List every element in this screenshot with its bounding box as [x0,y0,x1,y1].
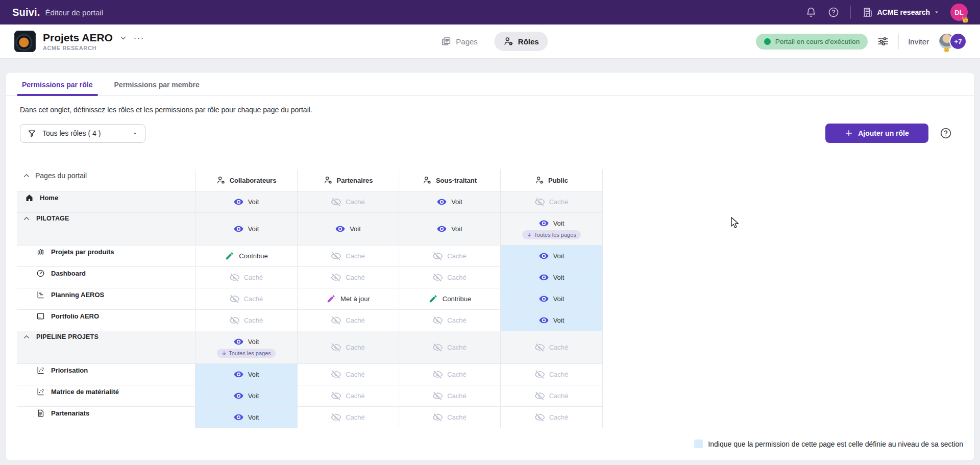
user-avatar[interactable]: DL 👑 [950,4,968,21]
avatar-group[interactable]: 👑 +7 [938,32,968,51]
page-row-label[interactable]: Home [17,191,195,212]
permission-cell[interactable]: Caché [399,364,500,385]
permission-cell[interactable]: Caché [297,191,399,212]
chevron-down-icon[interactable] [120,35,127,41]
org-switcher[interactable]: ACME research [862,7,940,18]
permission-cell[interactable]: Caché [297,310,399,331]
permission-cell[interactable]: Caché [500,191,603,212]
permission-cell[interactable]: Caché [399,385,500,406]
section-row-label[interactable]: PILOTAGE [17,213,195,245]
permission-cell[interactable]: Caché [500,385,603,406]
page-row-label[interactable]: Dashboard [17,267,195,288]
tab-pages[interactable]: Pages [432,32,487,51]
portal-header: Projets AERO ... ACME RESEARCH Pages Rôl… [0,25,980,59]
page-row-label[interactable]: Planning AEROS [17,288,195,309]
eye-off-icon [535,370,545,379]
role-column-header[interactable]: Collaborateurs [195,169,297,191]
permission-label: Caché [447,344,467,351]
page-row-label[interactable]: Portfolio AERO [17,310,195,331]
permission-cell[interactable]: Contribue [195,246,297,266]
eye-off-icon [331,197,341,207]
tab-permissions-by-member[interactable]: Permissions par membre [112,81,202,95]
permission-cell[interactable]: Caché [195,288,297,309]
permission-cell[interactable]: Caché [297,267,399,288]
invite-button[interactable]: Inviter [908,37,929,46]
permission-cell[interactable]: VoitToutes les pages [195,331,297,363]
permission-cell[interactable]: Voit [297,213,399,245]
eye-off-icon [433,342,443,352]
permission-cell[interactable]: Caché [399,310,500,331]
permission-label: Caché [346,413,365,421]
settings-sliders-icon[interactable] [877,35,889,47]
add-role-button[interactable]: Ajouter un rôle [825,124,928,143]
row-name: Partenariats [51,409,89,417]
permission-cell[interactable]: Caché [399,407,500,428]
role-column-header[interactable]: Sous-traitant [399,169,500,191]
permission-cell[interactable]: Voit [500,246,603,266]
tab-permissions-by-role[interactable]: Permissions par rôle [20,81,95,95]
eye-off-icon [331,251,341,261]
permission-label: Voit [451,198,462,206]
status-badge[interactable]: Portail en cours d'exécution [756,34,868,50]
permission-cell[interactable]: Caché [399,331,500,363]
permission-label: Voit [553,295,565,303]
chevron-up-icon[interactable] [23,333,30,340]
permission-label: Caché [447,274,467,281]
permission-cell[interactable]: Caché [297,385,399,406]
help-icon[interactable] [940,127,952,139]
permission-cell[interactable]: Voit [399,191,500,212]
portal-logo[interactable] [14,31,36,52]
permission-cell[interactable]: Met à jour [297,288,399,309]
role-column-header[interactable]: Public [500,169,603,191]
apply-all-pages-badge[interactable]: Toutes les pages [522,230,581,239]
help-icon[interactable] [828,7,839,18]
permission-cell[interactable]: Caché [195,310,297,331]
permission-cell[interactable]: Voit [399,213,500,245]
permission-cell[interactable]: Voit [195,213,297,245]
permission-cell[interactable]: Caché [297,246,399,266]
permission-label: Caché [549,344,569,351]
table-row: HomeVoitCachéVoitCaché [17,191,603,213]
permission-cell[interactable]: Caché [297,331,399,363]
permission-cell[interactable]: Caché [399,267,500,288]
tab-roles[interactable]: Rôles [494,32,548,51]
permission-cell[interactable]: VoitToutes les pages [500,213,603,245]
page-row-label[interactable]: Partenariats [17,407,195,428]
role-column-header[interactable]: Partenaires [297,169,399,191]
page-row-label[interactable]: Projets par produits [17,246,195,266]
permissions-card: Permissions par rôle Permissions par mem… [5,72,975,461]
permission-cell[interactable]: Voit [195,364,297,385]
permission-cell[interactable]: Voit [500,267,603,288]
permission-cell[interactable]: Caché [500,331,603,363]
permission-cell[interactable]: Caché [297,407,399,428]
permission-cell[interactable]: Caché [195,267,297,288]
permission-cell[interactable]: Voit [195,407,297,428]
divider [850,6,851,19]
eye-icon [437,224,447,234]
more-options-button[interactable]: ... [134,36,144,40]
apply-all-pages-badge[interactable]: Toutes les pages [217,349,276,358]
permission-label: Caché [244,295,263,303]
permission-cell[interactable]: Caché [297,364,399,385]
permission-cell[interactable]: Contribue [399,288,500,309]
section-row-label[interactable]: PIPELINE PROJETS [17,331,195,363]
roles-filter-select[interactable]: Tous les rôles ( 4 ) [20,124,145,143]
permission-cell[interactable]: Voit [500,288,603,309]
bell-icon[interactable] [805,7,817,18]
permission-cell[interactable]: Caché [399,246,500,266]
page-row-label[interactable]: Matrice de matérialité [17,385,195,406]
permission-label: Caché [346,274,365,281]
permission-cell[interactable]: Caché [500,407,603,428]
permission-cell[interactable]: Voit [195,191,297,212]
permission-cell[interactable]: Voit [195,385,297,406]
permission-label: Voit [553,219,565,227]
chevron-up-icon[interactable] [23,215,30,222]
apply-all-pages-label: Toutes les pages [534,232,576,238]
page-row-label[interactable]: Priorisation [17,364,195,385]
permission-cell[interactable]: Voit [500,310,603,331]
eye-off-icon [535,412,545,422]
permission-label: Contribue [443,295,471,303]
permission-label: Voit [451,225,462,233]
collapse-all-icon[interactable] [23,172,30,179]
permission-cell[interactable]: Caché [500,364,603,385]
